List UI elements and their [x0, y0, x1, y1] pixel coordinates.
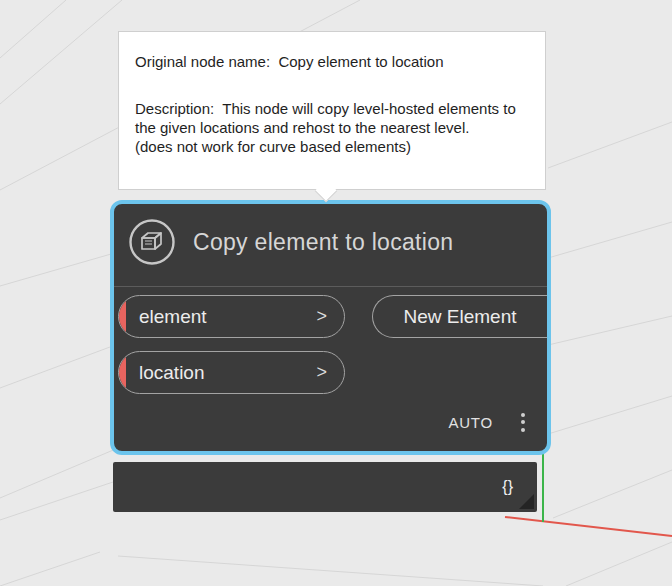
kebab-menu-icon[interactable]	[519, 411, 527, 434]
preview-value: {}	[502, 478, 513, 496]
lacing-mode-button[interactable]: AUTO	[448, 414, 493, 431]
node-editor-canvas[interactable]: Original node name: Copy element to loca…	[0, 0, 672, 586]
input-port-label: location	[139, 362, 205, 384]
input-port-label: element	[139, 306, 207, 328]
node-tooltip: Original node name: Copy element to loca…	[118, 31, 546, 190]
node-header: Copy element to location	[128, 218, 453, 266]
x-axis-line	[505, 517, 672, 536]
tooltip-original-name: Original node name: Copy element to loca…	[135, 52, 529, 71]
unconnected-port-marker	[119, 352, 126, 393]
node-header-divider	[114, 286, 547, 287]
custom-node-icon	[128, 218, 176, 266]
node-body: Copy element to location element > locat…	[114, 204, 547, 451]
unconnected-port-marker	[119, 296, 126, 337]
tooltip-description: Description: This node will copy level-h…	[135, 99, 529, 156]
preview-expand-handle[interactable]	[519, 494, 534, 509]
input-port-location[interactable]: location >	[118, 351, 345, 394]
node-title: Copy element to location	[193, 229, 453, 256]
chevron-right-icon: >	[316, 306, 327, 327]
output-port-new-element[interactable]: New Element	[372, 295, 547, 338]
node-footer: AUTO	[114, 400, 547, 444]
preview-bubble[interactable]: {}	[113, 462, 537, 512]
chevron-right-icon: >	[316, 362, 327, 383]
output-port-label: New Element	[404, 306, 517, 328]
input-port-element[interactable]: element >	[118, 295, 345, 338]
node-copy-element-to-location[interactable]: Copy element to location element > locat…	[110, 200, 551, 455]
